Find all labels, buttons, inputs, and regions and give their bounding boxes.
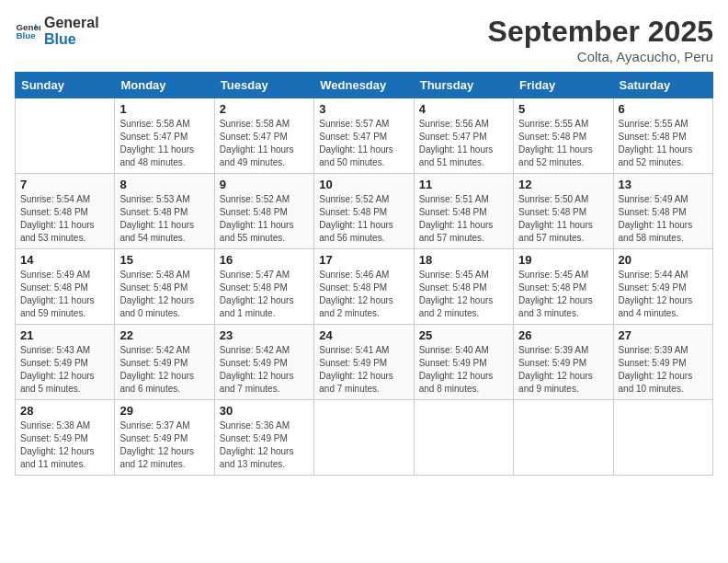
calendar-cell: 21Sunrise: 5:43 AMSunset: 5:49 PMDayligh… [16, 325, 115, 400]
calendar-cell: 5Sunrise: 5:55 AMSunset: 5:48 PMDaylight… [514, 98, 613, 174]
day-number: 26 [518, 328, 608, 342]
day-number: 3 [319, 102, 408, 116]
day-info: Sunrise: 5:44 AMSunset: 5:49 PMDaylight:… [619, 269, 708, 320]
calendar-cell: 18Sunrise: 5:45 AMSunset: 5:48 PMDayligh… [414, 249, 513, 325]
day-number: 2 [220, 102, 309, 116]
calendar-cell: 25Sunrise: 5:40 AMSunset: 5:49 PMDayligh… [414, 325, 513, 400]
day-number: 24 [319, 328, 408, 342]
day-info: Sunrise: 5:53 AMSunset: 5:48 PMDaylight:… [119, 193, 209, 245]
day-number: 21 [20, 328, 109, 342]
page-header: General Blue General Blue September 2025… [15, 15, 713, 64]
calendar-cell [314, 400, 414, 476]
calendar-cell: 24Sunrise: 5:41 AMSunset: 5:49 PMDayligh… [314, 325, 414, 400]
calendar-cell: 13Sunrise: 5:49 AMSunset: 5:48 PMDayligh… [613, 174, 712, 249]
day-info: Sunrise: 5:42 AMSunset: 5:49 PMDaylight:… [220, 344, 309, 396]
day-info: Sunrise: 5:36 AMSunset: 5:49 PMDaylight:… [220, 419, 309, 471]
calendar-cell: 3Sunrise: 5:57 AMSunset: 5:47 PMDaylight… [314, 98, 414, 174]
day-number: 1 [119, 102, 209, 116]
location-subtitle: Colta, Ayacucho, Peru [488, 49, 713, 64]
calendar-cell [16, 98, 115, 174]
calendar-cell: 26Sunrise: 5:39 AMSunset: 5:49 PMDayligh… [514, 325, 613, 400]
day-info: Sunrise: 5:58 AMSunset: 5:47 PMDaylight:… [119, 118, 209, 169]
calendar-cell: 11Sunrise: 5:51 AMSunset: 5:48 PMDayligh… [414, 174, 513, 249]
month-title: September 2025 [488, 15, 713, 49]
calendar-cell: 1Sunrise: 5:58 AMSunset: 5:47 PMDaylight… [115, 98, 214, 174]
day-info: Sunrise: 5:52 AMSunset: 5:48 PMDaylight:… [220, 193, 309, 245]
day-info: Sunrise: 5:50 AMSunset: 5:48 PMDaylight:… [518, 193, 608, 245]
calendar-week-0: 1Sunrise: 5:58 AMSunset: 5:47 PMDaylight… [16, 98, 713, 174]
day-number: 25 [419, 328, 508, 342]
col-header-thursday: Thursday [414, 73, 513, 98]
day-info: Sunrise: 5:51 AMSunset: 5:48 PMDaylight:… [419, 193, 508, 245]
day-info: Sunrise: 5:37 AMSunset: 5:49 PMDaylight:… [119, 419, 209, 471]
col-header-tuesday: Tuesday [214, 73, 313, 98]
day-info: Sunrise: 5:57 AMSunset: 5:47 PMDaylight:… [319, 118, 408, 169]
calendar-cell: 9Sunrise: 5:52 AMSunset: 5:48 PMDaylight… [214, 174, 313, 249]
day-info: Sunrise: 5:41 AMSunset: 5:49 PMDaylight:… [319, 344, 408, 396]
calendar-cell: 28Sunrise: 5:38 AMSunset: 5:49 PMDayligh… [16, 400, 115, 476]
calendar-cell: 17Sunrise: 5:46 AMSunset: 5:48 PMDayligh… [314, 249, 414, 325]
calendar-cell: 23Sunrise: 5:42 AMSunset: 5:49 PMDayligh… [214, 325, 313, 400]
col-header-saturday: Saturday [613, 73, 712, 98]
logo: General Blue General Blue [15, 15, 99, 48]
day-info: Sunrise: 5:54 AMSunset: 5:48 PMDaylight:… [20, 193, 109, 245]
calendar-cell: 7Sunrise: 5:54 AMSunset: 5:48 PMDaylight… [16, 174, 115, 249]
calendar-cell: 30Sunrise: 5:36 AMSunset: 5:49 PMDayligh… [214, 400, 313, 476]
day-info: Sunrise: 5:46 AMSunset: 5:48 PMDaylight:… [319, 269, 408, 320]
calendar-cell: 16Sunrise: 5:47 AMSunset: 5:48 PMDayligh… [214, 249, 313, 325]
logo-icon: General Blue [15, 18, 40, 44]
col-header-monday: Monday [115, 73, 214, 98]
day-number: 10 [319, 178, 408, 191]
col-header-sunday: Sunday [16, 73, 115, 98]
day-number: 5 [518, 102, 608, 116]
calendar-cell: 12Sunrise: 5:50 AMSunset: 5:48 PMDayligh… [514, 174, 613, 249]
day-info: Sunrise: 5:55 AMSunset: 5:48 PMDaylight:… [619, 118, 708, 169]
day-number: 12 [518, 178, 608, 191]
day-info: Sunrise: 5:40 AMSunset: 5:49 PMDaylight:… [419, 344, 508, 396]
day-info: Sunrise: 5:45 AMSunset: 5:48 PMDaylight:… [419, 269, 508, 320]
day-number: 23 [220, 328, 309, 342]
col-header-friday: Friday [514, 73, 613, 98]
day-number: 7 [20, 178, 109, 191]
day-info: Sunrise: 5:38 AMSunset: 5:49 PMDaylight:… [20, 419, 109, 471]
day-number: 16 [220, 253, 309, 267]
calendar-cell: 10Sunrise: 5:52 AMSunset: 5:48 PMDayligh… [314, 174, 414, 249]
calendar-cell: 29Sunrise: 5:37 AMSunset: 5:49 PMDayligh… [115, 400, 214, 476]
day-number: 27 [619, 328, 708, 342]
day-info: Sunrise: 5:45 AMSunset: 5:48 PMDaylight:… [518, 269, 608, 320]
calendar-cell: 6Sunrise: 5:55 AMSunset: 5:48 PMDaylight… [613, 98, 712, 174]
calendar-cell: 20Sunrise: 5:44 AMSunset: 5:49 PMDayligh… [613, 249, 712, 325]
day-info: Sunrise: 5:49 AMSunset: 5:48 PMDaylight:… [20, 269, 109, 320]
day-number: 6 [619, 102, 708, 116]
calendar-week-2: 14Sunrise: 5:49 AMSunset: 5:48 PMDayligh… [16, 249, 713, 325]
logo-blue: Blue [44, 31, 99, 48]
calendar-cell: 27Sunrise: 5:39 AMSunset: 5:49 PMDayligh… [613, 325, 712, 400]
day-info: Sunrise: 5:43 AMSunset: 5:49 PMDaylight:… [20, 344, 109, 396]
day-number: 9 [220, 178, 309, 191]
calendar-cell: 14Sunrise: 5:49 AMSunset: 5:48 PMDayligh… [16, 249, 115, 325]
day-number: 13 [619, 178, 708, 191]
day-number: 19 [518, 253, 608, 267]
day-info: Sunrise: 5:42 AMSunset: 5:49 PMDaylight:… [119, 344, 209, 396]
col-header-wednesday: Wednesday [314, 73, 414, 98]
day-number: 8 [119, 178, 209, 191]
day-number: 22 [119, 328, 209, 342]
calendar-cell [514, 400, 613, 476]
day-info: Sunrise: 5:47 AMSunset: 5:48 PMDaylight:… [220, 269, 309, 320]
calendar-header-row: SundayMondayTuesdayWednesdayThursdayFrid… [16, 73, 713, 98]
calendar-cell [414, 400, 513, 476]
day-number: 15 [119, 253, 209, 267]
calendar-week-3: 21Sunrise: 5:43 AMSunset: 5:49 PMDayligh… [16, 325, 713, 400]
day-number: 20 [619, 253, 708, 267]
calendar-cell: 8Sunrise: 5:53 AMSunset: 5:48 PMDaylight… [115, 174, 214, 249]
calendar-cell: 22Sunrise: 5:42 AMSunset: 5:49 PMDayligh… [115, 325, 214, 400]
day-number: 18 [419, 253, 508, 267]
day-number: 29 [119, 404, 209, 418]
day-info: Sunrise: 5:58 AMSunset: 5:47 PMDaylight:… [220, 118, 309, 169]
day-info: Sunrise: 5:56 AMSunset: 5:47 PMDaylight:… [419, 118, 508, 169]
svg-text:Blue: Blue [16, 30, 36, 40]
day-info: Sunrise: 5:39 AMSunset: 5:49 PMDaylight:… [619, 344, 708, 396]
calendar-body: 1Sunrise: 5:58 AMSunset: 5:47 PMDaylight… [16, 98, 713, 476]
calendar-cell: 4Sunrise: 5:56 AMSunset: 5:47 PMDaylight… [414, 98, 513, 174]
calendar-cell: 19Sunrise: 5:45 AMSunset: 5:48 PMDayligh… [514, 249, 613, 325]
